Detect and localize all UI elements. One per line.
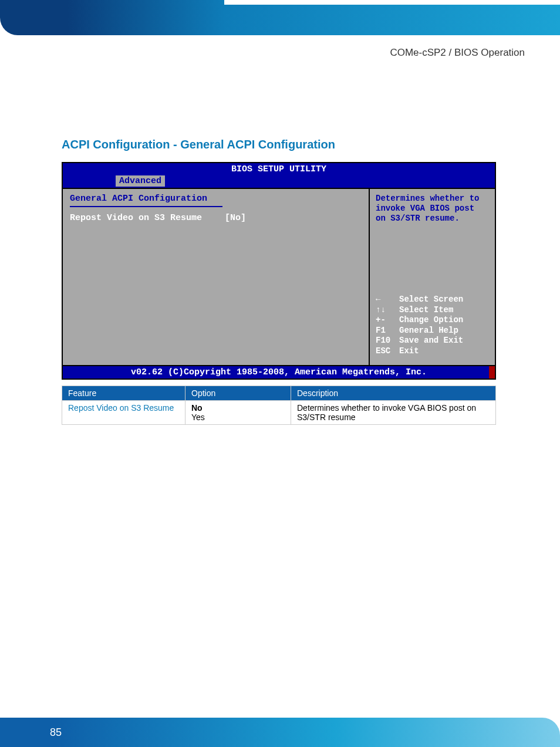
td-description: Determines whether to invoke VGA BIOS po… [291,401,496,425]
td-feature: Repost Video on S3 Resume [62,401,185,425]
bios-tab-advanced: Advanced [116,175,165,187]
section-title: ACPI Configuration - General ACPI Config… [62,138,528,151]
th-description: Description [291,386,496,401]
bios-option-row: Repost Video on S3 Resume [No] [70,213,362,223]
bios-option-label: Repost Video on S3 Resume [70,213,202,223]
heading-underline [70,206,222,207]
bios-help-text: Determines whether to invoke VGA BIOS po… [376,194,489,223]
bios-footer: v02.62 (C)Copyright 1985-2008, American … [63,365,495,378]
bottom-bar [0,718,560,747]
nav-row: ESCExit [376,346,463,357]
nav-row: F1General Help [376,326,463,336]
nav-action: Change Option [399,315,463,325]
bios-footer-text: v02.62 (C)Copyright 1985-2008, American … [131,367,427,377]
nav-key: ↑↓ [376,305,399,316]
nav-action: Exit [399,346,419,356]
option-other: Yes [191,413,205,422]
nav-key: F10 [376,336,399,346]
nav-action: Select Screen [399,295,463,304]
nav-row: ←Select Screen [376,295,463,305]
table-header-row: Feature Option Description [62,386,496,401]
nav-row: ↑↓Select Item [376,305,463,316]
help-line: on S3/STR resume. [376,214,489,224]
nav-key: ESC [376,346,399,357]
help-line: Determines whether to [376,194,489,204]
bios-nav-keys: ←Select Screen ↑↓Select Item +-Change Op… [376,295,463,356]
help-line: invoke VGA BIOS post [376,204,489,214]
bios-left-panel: General ACPI Configuration Repost Video … [63,189,369,365]
nav-action: Select Item [399,305,453,315]
nav-key: F1 [376,326,399,336]
table-row: Repost Video on S3 Resume No Yes Determi… [62,401,496,425]
option-bold: No [191,403,203,413]
bios-right-panel: Determines whether to invoke VGA BIOS po… [369,189,495,365]
nav-key: +- [376,315,399,326]
page-content: ACPI Configuration - General ACPI Config… [0,35,560,425]
th-option: Option [185,386,291,401]
td-option: No Yes [185,401,291,425]
nav-action: General Help [399,326,458,335]
page-number: 85 [50,726,62,739]
top-banner [0,0,560,35]
bios-screenshot: BIOS SETUP UTILITY Advanced General ACPI… [62,162,496,380]
bios-title: BIOS SETUP UTILITY [63,163,495,175]
bios-main: General ACPI Configuration Repost Video … [63,188,495,365]
bios-tab-row: Advanced [63,175,495,188]
feature-table: Feature Option Description Repost Video … [62,386,496,425]
header-breadcrumb: COMe-cSP2 / BIOS Operation [390,47,525,59]
th-feature: Feature [62,386,185,401]
nav-row: +-Change Option [376,315,463,326]
nav-row: F10Save and Exit [376,336,463,346]
nav-key: ← [376,295,399,305]
bios-option-value: [No] [225,213,246,223]
nav-action: Save and Exit [399,336,463,345]
footer-red-block [489,366,495,378]
bios-left-heading: General ACPI Configuration [70,194,362,204]
